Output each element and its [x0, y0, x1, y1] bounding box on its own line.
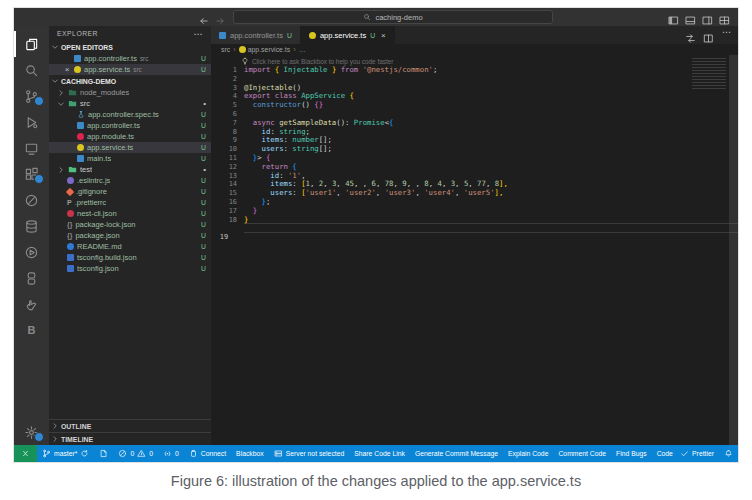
status-blackbox[interactable]: Blackbox: [231, 445, 269, 462]
activity-search[interactable]: [14, 57, 49, 83]
close-icon[interactable]: ×: [63, 65, 71, 74]
ts-file-icon: [77, 122, 84, 129]
nest-service-icon: [77, 144, 84, 151]
status-broadcast[interactable]: 0: [158, 445, 184, 462]
activity-settings-gear[interactable]: [14, 419, 49, 445]
breadcrumb-item[interactable]: src: [221, 46, 230, 53]
tree-item[interactable]: {}package.jsonU: [49, 230, 211, 241]
open-editors-section[interactable]: OPEN EDITORS: [49, 41, 211, 53]
activity-remote-explorer[interactable]: [14, 135, 49, 161]
breadcrumb-item[interactable]: app.service.ts: [239, 46, 291, 53]
tree-item[interactable]: P.prettierrcU: [49, 197, 211, 208]
status-find-bugs[interactable]: Find Bugs: [611, 445, 652, 462]
more-actions-icon[interactable]: ⋯: [721, 30, 732, 41]
status-git-branch[interactable]: master*: [37, 445, 94, 462]
nest-service-icon: [239, 46, 246, 53]
sidebar-header: EXPLORER ⋯: [49, 26, 211, 41]
status-problems[interactable]: 00: [113, 445, 158, 462]
tab-app-controller-ts[interactable]: app.controller.tsU: [211, 26, 301, 44]
tree-item[interactable]: main.tsU: [49, 153, 211, 164]
tree-item[interactable]: app.controller.tsU: [49, 120, 211, 131]
code-area[interactable]: Click here to ask Blackbox to help you c…: [211, 55, 738, 445]
tree-item[interactable]: node_modules: [49, 87, 211, 98]
tree-item[interactable]: app.module.tsU: [49, 131, 211, 142]
activity-explorer[interactable]: [14, 31, 49, 57]
back-icon[interactable]: [199, 12, 209, 22]
open-editor-item[interactable]: app.controller.tssrcU: [49, 53, 211, 64]
line-number: 19: [211, 224, 244, 250]
chevron-down-icon: [51, 43, 59, 51]
sidebar-title: EXPLORER: [57, 30, 98, 37]
tree-item[interactable]: .eslintrc.jsU: [49, 175, 211, 186]
tree-item[interactable]: tsconfig.build.jsonU: [49, 252, 211, 263]
activity-bar: B: [14, 26, 49, 445]
tree-item[interactable]: README.mdU: [49, 241, 211, 252]
figure-caption: Figure 6: illustration of the changes ap…: [0, 462, 752, 500]
activity-database[interactable]: [14, 213, 49, 239]
git-status-badge: U: [199, 199, 206, 206]
outline-label: OUTLINE: [61, 423, 91, 430]
git-status-badge: U: [287, 32, 292, 39]
minimap[interactable]: [692, 58, 726, 90]
activity-hand[interactable]: [14, 291, 49, 317]
activity-circle-play[interactable]: [14, 239, 49, 265]
tree-item[interactable]: test•: [49, 164, 211, 175]
activity-source-control[interactable]: [14, 83, 49, 109]
line-number: 7: [211, 119, 244, 128]
editor-actions: ⋯: [685, 26, 732, 44]
open-changes-icon[interactable]: [685, 30, 696, 41]
sidebar-more-icon[interactable]: ⋯: [194, 31, 204, 37]
tree-item[interactable]: app.service.tsU: [49, 142, 211, 153]
line-number: 4: [211, 92, 244, 101]
activity-run-debug[interactable]: [14, 109, 49, 135]
status-generate-commit-message[interactable]: Generate Commit Message: [410, 445, 503, 462]
status-share-code-link[interactable]: Share Code Link: [349, 445, 410, 462]
activity-testing[interactable]: [14, 187, 49, 213]
modified-dot: •: [199, 165, 206, 174]
tree-item[interactable]: src•: [49, 98, 211, 109]
status-server-status[interactable]: Server not selected: [269, 445, 350, 462]
line-number: 11: [211, 154, 244, 163]
git-status-badge: U: [199, 221, 206, 228]
status-connect[interactable]: Connect: [184, 445, 231, 462]
toggle-secondary-sidebar-icon[interactable]: [702, 12, 713, 23]
activity-blackbox[interactable]: B: [14, 317, 49, 343]
tree-item[interactable]: {}package-lock.jsonU: [49, 219, 211, 230]
git-status-badge: U: [199, 254, 206, 261]
status-notifications[interactable]: [719, 445, 738, 462]
tree-item[interactable]: .gitignoreU: [49, 186, 211, 197]
tree-item[interactable]: nest-cli.jsonU: [49, 208, 211, 219]
status-remote-indicator[interactable]: [14, 445, 37, 462]
vscode-window: caching-demo B EXPLORER ⋯ OPEN EDITORS: [14, 8, 738, 462]
tab-app-service-ts[interactable]: app.service.tsU×: [301, 26, 395, 44]
toggle-panel-icon[interactable]: [685, 12, 696, 23]
status-code-chat[interactable]: Code Chat: [652, 445, 675, 462]
toggle-sidebar-icon[interactable]: [668, 12, 679, 23]
timeline-section[interactable]: TIMELINE: [49, 432, 211, 445]
editor-scrollbar[interactable]: [729, 55, 738, 445]
command-center-search[interactable]: caching-demo: [233, 10, 553, 24]
close-icon[interactable]: ×: [381, 31, 386, 40]
page: caching-demo B EXPLORER ⋯ OPEN EDITORS: [0, 0, 752, 500]
blackbox-hint[interactable]: Click here to ask Blackbox to help you c…: [241, 57, 738, 65]
activity-extensions[interactable]: [14, 161, 49, 187]
forward-icon[interactable]: [215, 12, 225, 22]
split-editor-icon[interactable]: [703, 30, 714, 41]
tree-item[interactable]: tsconfig.jsonU: [49, 263, 211, 274]
open-editor-item[interactable]: ×app.service.tssrcU: [49, 64, 211, 75]
status-explain-code[interactable]: Explain Code: [503, 445, 553, 462]
status-open-changes[interactable]: [94, 445, 113, 462]
project-section[interactable]: CACHING-DEMO: [49, 75, 211, 87]
activity-python[interactable]: [14, 265, 49, 291]
tree-item[interactable]: app.controller.spec.tsU: [49, 109, 211, 120]
breadcrumb-item[interactable]: …: [299, 46, 306, 53]
customize-layout-icon[interactable]: [719, 12, 730, 23]
line-number: 13: [211, 172, 244, 181]
status-prettier[interactable]: Prettier: [675, 445, 719, 462]
outline-section[interactable]: OUTLINE: [49, 419, 211, 432]
status-comment-code[interactable]: Comment Code: [553, 445, 611, 462]
chevron-right-icon: [57, 89, 65, 97]
status-bar-left: master*000ConnectBlackboxServer not sele…: [14, 445, 675, 462]
git-status-badge: U: [199, 243, 206, 250]
activity-badge: [34, 96, 44, 106]
